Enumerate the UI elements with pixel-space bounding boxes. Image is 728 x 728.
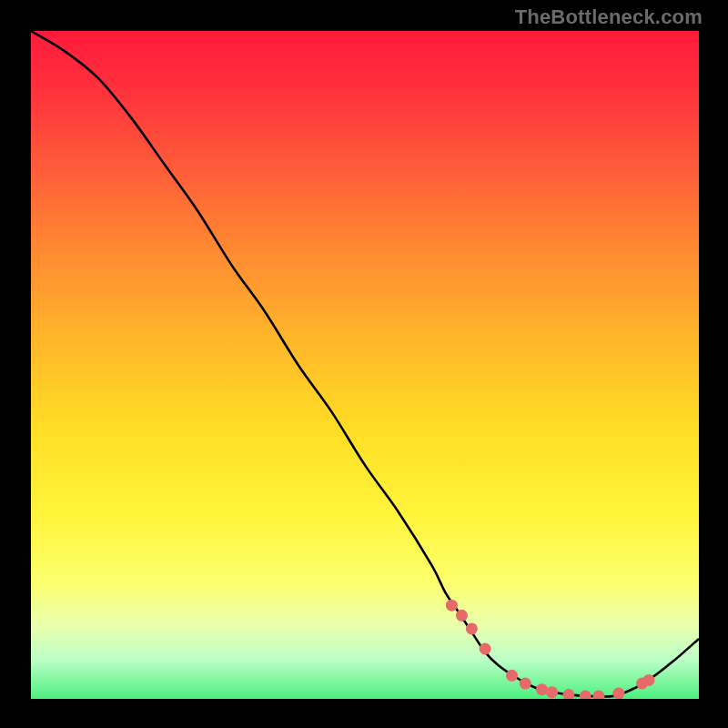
marker-dot	[643, 674, 655, 686]
marker-dot	[446, 600, 458, 612]
marker-dot	[520, 678, 531, 690]
marker-dot	[562, 689, 574, 699]
marker-dot	[456, 610, 468, 622]
marker-dot	[580, 691, 592, 699]
bottleneck-curve	[31, 31, 699, 699]
watermark-text: TheBottleneck.com	[515, 5, 703, 29]
marker-dot	[612, 688, 624, 699]
chart-frame: TheBottleneck.com	[0, 0, 728, 728]
marker-dot	[480, 643, 491, 655]
marker-dot	[546, 686, 558, 698]
marker-dot	[506, 670, 518, 682]
marker-dot	[592, 691, 604, 699]
plot-area	[31, 31, 699, 699]
marker-dot	[536, 683, 548, 695]
marker-dot	[466, 622, 478, 634]
